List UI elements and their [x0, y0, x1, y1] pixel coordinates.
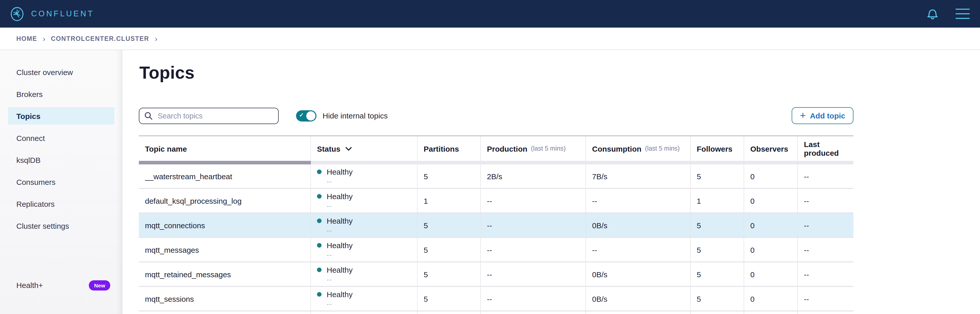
sidebar-item-topics[interactable]: Topics — [8, 107, 115, 124]
cell-partitions: 5 — [417, 287, 481, 311]
cell-observers — [744, 311, 798, 314]
table-body: __waterstream_heartbeatHealthy--52B/s7B/… — [139, 164, 853, 314]
cell-consumption: 0B/s — [586, 263, 690, 286]
column-header-observers[interactable]: Observers — [744, 136, 798, 161]
menu-hamburger-icon[interactable] — [956, 9, 970, 19]
new-badge: New — [89, 280, 110, 290]
cell-production: -- — [481, 214, 586, 237]
sidebar-item-cluster-settings[interactable]: Cluster settings — [8, 217, 115, 234]
hide-internal-topics-toggle[interactable]: ✓ — [296, 110, 317, 121]
cell-followers: 5 — [690, 287, 744, 311]
confluent-logo[interactable]: CONFLUENT — [10, 6, 94, 21]
cell-value: 0 — [750, 245, 791, 254]
healthy-dot-icon — [317, 194, 321, 198]
topics-table: Topic nameStatusPartitionsProduction(las… — [139, 135, 853, 314]
table-row: mqtt_retained_messagesHealthy--5--0B/s50… — [139, 263, 853, 287]
status-subtext: -- — [327, 300, 411, 308]
column-header-partitions[interactable]: Partitions — [417, 136, 481, 161]
chevron-down-icon — [345, 146, 352, 151]
sidebar-item-brokers[interactable]: Brokers — [8, 85, 115, 103]
column-header-status[interactable]: Status — [311, 136, 417, 161]
sidebar-item-connect[interactable]: Connect — [8, 129, 115, 147]
cell-consumption: 0B/s — [586, 214, 690, 237]
topic-name-link[interactable]: mqtt_retained_messages — [145, 270, 231, 279]
cell-value: 5 — [697, 294, 738, 303]
cell-topic: mqtt_retained_messages — [139, 263, 311, 286]
cell-value: 5 — [697, 245, 738, 254]
topic-name-link[interactable]: __waterstream_heartbeat — [145, 172, 232, 180]
toggle-knob — [306, 111, 315, 120]
cell-status: Healthy-- — [311, 287, 417, 311]
column-header-topic[interactable]: Topic name — [139, 136, 311, 161]
add-topic-button[interactable]: + Add topic — [792, 107, 853, 124]
cell-value: 5 — [424, 221, 474, 230]
breadcrumb-separator-icon: › — [43, 35, 45, 42]
column-header-label: Topic name — [145, 144, 187, 153]
scrollbar-thumb[interactable] — [139, 161, 311, 164]
cell-topic: mqtt_connections — [139, 214, 311, 237]
topic-name-link[interactable]: mqtt_connections — [145, 221, 205, 230]
table-row — [139, 311, 853, 314]
cell-last_produced: -- — [798, 263, 853, 286]
cell-value: 0 — [750, 221, 791, 230]
column-header-followers[interactable]: Followers — [690, 136, 744, 161]
cell-value: -- — [592, 196, 684, 205]
cell-observers: 0 — [744, 238, 798, 261]
column-header-last_produced[interactable]: Last produced — [798, 136, 853, 161]
sidebar-item-cluster-overview[interactable]: Cluster overview — [8, 63, 115, 81]
cell-partitions — [417, 311, 481, 314]
cell-production: -- — [481, 189, 586, 212]
status-subtext: -- — [327, 251, 411, 258]
cell-observers: 0 — [744, 164, 798, 188]
cell-value: 0 — [750, 172, 791, 180]
notifications-bell-icon[interactable] — [927, 8, 938, 20]
status-indicator: Healthy — [317, 192, 411, 201]
column-header-consumption[interactable]: Consumption(last 5 mins) — [586, 136, 690, 161]
sidebar-item-health-plus[interactable]: Health+ New — [0, 280, 123, 314]
breadcrumb-link[interactable]: HOME — [16, 35, 37, 42]
cell-status: Healthy-- — [311, 238, 417, 261]
cell-production: 2B/s — [481, 164, 586, 188]
topics-toolbar: ✓ Hide internal topics + Add topic — [139, 107, 853, 124]
cell-value: 1 — [697, 196, 738, 205]
sidebar-nav: Cluster overviewBrokersTopicsConnectksql… — [0, 63, 123, 239]
search-input[interactable] — [157, 111, 273, 120]
cell-partitions: 1 — [417, 189, 481, 212]
sidebar: Cluster overviewBrokersTopicsConnectksql… — [0, 50, 123, 314]
cell-partitions: 5 — [417, 238, 481, 261]
cell-production: -- — [481, 263, 586, 286]
cell-observers: 0 — [744, 214, 798, 237]
sidebar-item-ksqldb[interactable]: ksqlDB — [8, 151, 115, 169]
cell-value: 5 — [697, 172, 738, 180]
status-indicator: Healthy — [317, 265, 411, 274]
topic-name-link[interactable]: mqtt_messages — [145, 245, 199, 254]
navbar-actions — [927, 8, 970, 20]
cell-value: 5 — [424, 245, 474, 254]
cell-production: -- — [481, 238, 586, 261]
breadcrumb-link[interactable]: CONTROLCENTER.CLUSTER — [51, 35, 149, 42]
column-header-production[interactable]: Production(last 5 mins) — [481, 136, 586, 161]
status-subtext: -- — [327, 177, 411, 185]
healthy-dot-icon — [317, 267, 321, 272]
table-row: __waterstream_heartbeatHealthy--52B/s7B/… — [139, 164, 853, 189]
main-panel: Topics ✓ Hide internal topics + Add top — [123, 50, 980, 314]
cell-last_produced: -- — [798, 287, 853, 311]
sidebar-item-replicators[interactable]: Replicators — [8, 195, 115, 212]
cell-value: 0B/s — [592, 221, 684, 230]
topic-name-link[interactable]: mqtt_sessions — [145, 294, 194, 303]
cell-value: -- — [487, 196, 579, 205]
sidebar-item-consumers[interactable]: Consumers — [8, 173, 115, 190]
cell-consumption: -- — [586, 238, 690, 261]
cell-topic: __waterstream_heartbeat — [139, 164, 311, 188]
cell-partitions: 5 — [417, 263, 481, 286]
status-indicator: Healthy — [317, 290, 411, 298]
horizontal-scrollbar[interactable] — [139, 161, 853, 164]
brand-name: CONFLUENT — [31, 9, 94, 18]
page-title: Topics — [139, 62, 980, 83]
healthy-dot-icon — [317, 218, 321, 223]
cell-observers: 0 — [744, 263, 798, 286]
health-plus-label: Health+ — [16, 281, 43, 290]
cell-status: Healthy-- — [311, 164, 417, 188]
cell-value: -- — [804, 245, 847, 254]
topic-name-link[interactable]: default_ksql_processing_log — [145, 196, 242, 205]
